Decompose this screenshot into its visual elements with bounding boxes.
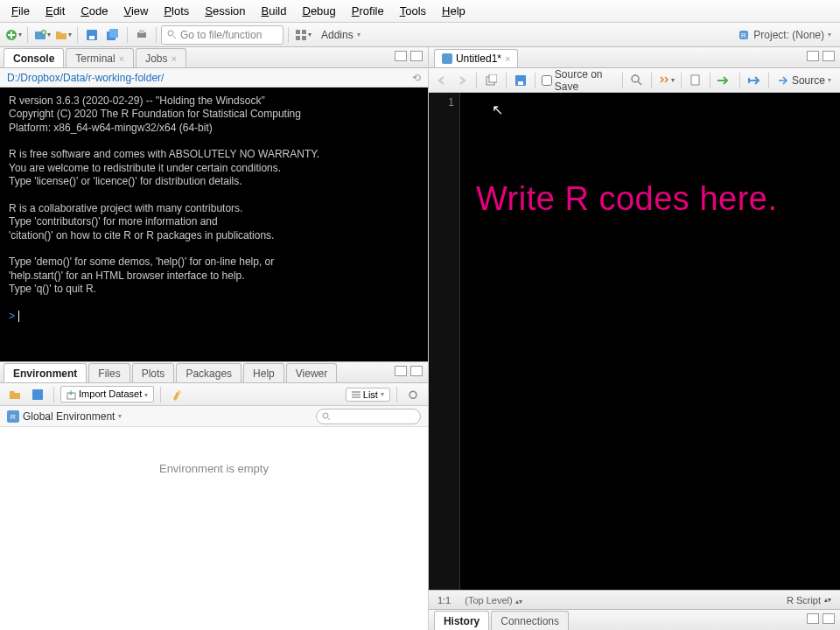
tab-help[interactable]: Help	[243, 363, 284, 382]
env-body: Environment is empty	[0, 427, 428, 630]
console-prompt: >	[9, 310, 15, 322]
menu-session[interactable]: Session	[197, 1, 253, 21]
source-on-save-checkbox[interactable]: Source on Save	[542, 68, 616, 93]
maximize-pane-icon[interactable]	[822, 51, 835, 61]
forward-button[interactable]	[454, 71, 471, 90]
new-file-button[interactable]	[4, 25, 23, 45]
menu-code[interactable]: Code	[73, 1, 116, 21]
tab-terminal[interactable]: Terminal×	[66, 48, 134, 67]
editor-toolbar: Source on Save Source ▾	[429, 68, 840, 93]
save-all-button[interactable]	[103, 25, 122, 45]
tab-connections[interactable]: Connections	[491, 611, 569, 630]
import-icon	[66, 390, 76, 400]
project-menu[interactable]: R Project: (None) ▾	[738, 29, 836, 41]
minimize-pane-icon[interactable]	[395, 366, 407, 376]
menu-plots[interactable]: Plots	[156, 1, 197, 21]
open-file-button[interactable]	[53, 25, 73, 45]
scope-indicator[interactable]: (Top Level) ▴▾	[465, 595, 522, 606]
save-workspace-button[interactable]	[28, 387, 47, 402]
compile-report-button[interactable]	[688, 71, 704, 90]
separator	[156, 27, 157, 43]
separator	[768, 73, 769, 88]
env-search-input[interactable]	[316, 409, 421, 424]
close-icon[interactable]: ×	[119, 53, 124, 64]
load-workspace-button[interactable]	[5, 387, 24, 402]
separator	[622, 73, 623, 88]
back-button[interactable]	[434, 71, 451, 90]
separator	[535, 73, 536, 88]
separator	[127, 27, 128, 43]
separator	[710, 73, 710, 88]
menu-build[interactable]: Build	[254, 1, 295, 21]
separator	[651, 73, 652, 88]
svg-rect-8	[139, 30, 144, 33]
addins-button[interactable]: Addins	[314, 27, 368, 43]
tab-plots[interactable]: Plots	[132, 363, 175, 382]
maximize-pane-icon[interactable]	[410, 366, 423, 376]
menu-edit[interactable]: Edit	[38, 1, 73, 21]
minimize-pane-icon[interactable]	[395, 51, 407, 61]
source-icon	[779, 75, 789, 86]
search-icon	[322, 412, 331, 421]
svg-rect-30	[518, 81, 523, 85]
tab-console[interactable]: Console	[4, 48, 64, 67]
svg-line-32	[638, 81, 641, 85]
clear-workspace-button[interactable]	[167, 387, 186, 402]
new-project-button[interactable]	[32, 25, 52, 45]
minimize-pane-icon[interactable]	[807, 613, 819, 624]
separator	[160, 387, 161, 402]
menu-help[interactable]: Help	[434, 1, 473, 21]
tab-files[interactable]: Files	[88, 363, 130, 382]
save-button[interactable]	[82, 25, 102, 45]
separator	[77, 27, 78, 43]
maximize-pane-icon[interactable]	[410, 51, 423, 61]
svg-rect-12	[302, 30, 306, 34]
scope-selector[interactable]: R Global Environment ▾	[7, 410, 122, 423]
menu-tools[interactable]: Tools	[392, 1, 434, 21]
tab-packages[interactable]: Packages	[176, 363, 242, 382]
separator	[27, 27, 28, 43]
separator	[288, 27, 289, 43]
tab-viewer[interactable]: Viewer	[286, 363, 337, 382]
tab-jobs[interactable]: Jobs×	[136, 48, 186, 67]
rerun-button[interactable]	[746, 71, 763, 90]
code-tools-button[interactable]	[658, 71, 675, 90]
source-button[interactable]: Source ▾	[775, 73, 835, 88]
view-mode-button[interactable]: List ▾	[346, 388, 390, 402]
grid-button[interactable]	[293, 25, 312, 45]
menu-debug[interactable]: Debug	[295, 1, 344, 21]
menu-view[interactable]: View	[116, 1, 156, 21]
main-toolbar: Go to file/function Addins R Project: (N…	[0, 23, 840, 47]
console-output[interactable]: R version 3.6.3 (2020-02-29) -- "Holding…	[0, 88, 428, 361]
menu-file[interactable]: File	[4, 1, 38, 21]
find-button[interactable]	[628, 71, 645, 90]
menu-profile[interactable]: Profile	[344, 1, 392, 21]
import-dataset-button[interactable]: Import Dataset ▾	[60, 386, 154, 402]
search-icon	[167, 30, 177, 39]
svg-text:R: R	[10, 413, 16, 421]
editor-tab-untitled[interactable]: Untitled1* ×	[434, 49, 518, 67]
tab-history[interactable]: History	[434, 611, 489, 630]
refresh-env-button[interactable]	[403, 387, 423, 402]
clear-console-icon[interactable]: ⟲	[412, 72, 421, 84]
print-button[interactable]	[132, 25, 151, 45]
project-label: Project: (None)	[753, 29, 824, 41]
cursor-icon: ↖	[492, 102, 503, 118]
svg-rect-33	[691, 75, 699, 85]
code-area[interactable]: ↖ Write R codes here.	[460, 93, 840, 590]
close-tab-icon[interactable]: ×	[505, 53, 510, 64]
file-type-indicator[interactable]: R Script ▴▾	[787, 595, 831, 606]
maximize-pane-icon[interactable]	[822, 613, 835, 624]
editor-body[interactable]: 1 ↖ Write R codes here.	[429, 93, 840, 590]
run-button[interactable]	[717, 71, 733, 90]
working-dir[interactable]: D:/Dropbox/Data/r-working-folder/	[7, 72, 164, 84]
close-icon[interactable]: ×	[172, 53, 177, 64]
minimize-pane-icon[interactable]	[807, 51, 819, 61]
svg-point-19	[178, 390, 181, 394]
goto-file-input[interactable]: Go to file/function	[161, 25, 284, 45]
separator	[476, 73, 477, 88]
show-in-new-window-button[interactable]	[483, 71, 500, 90]
tab-environment[interactable]: Environment	[4, 363, 87, 382]
save-doc-button[interactable]	[512, 71, 528, 90]
env-tabs: Environment Files Plots Packages Help Vi…	[0, 362, 428, 383]
